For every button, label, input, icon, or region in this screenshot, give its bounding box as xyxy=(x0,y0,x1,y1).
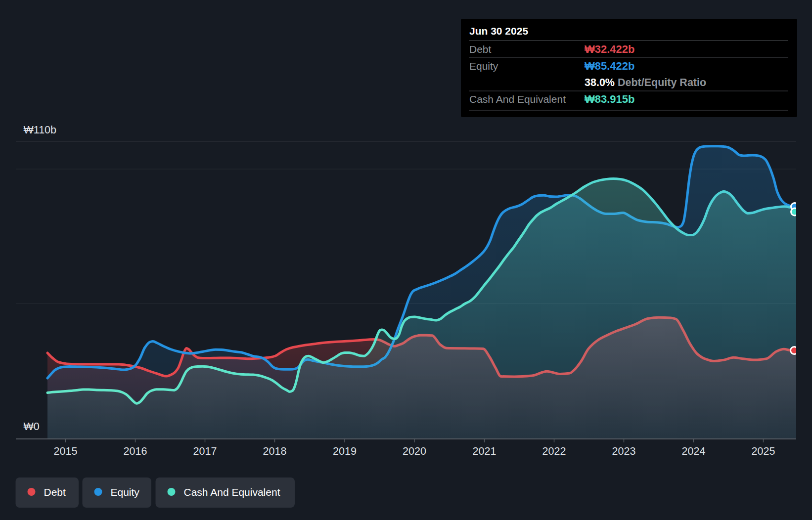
svg-text:Jun 30 2025: Jun 30 2025 xyxy=(469,25,528,37)
svg-text:Debt: Debt xyxy=(44,486,66,498)
svg-text:2024: 2024 xyxy=(682,445,706,457)
svg-text:₩32.422b: ₩32.422b xyxy=(585,43,635,55)
svg-text:Equity: Equity xyxy=(469,60,498,72)
svg-text:₩110b: ₩110b xyxy=(24,124,57,136)
svg-text:Debt: Debt xyxy=(469,43,492,55)
svg-text:38.0% Debt/Equity Ratio: 38.0% Debt/Equity Ratio xyxy=(585,77,706,88)
svg-text:₩0: ₩0 xyxy=(24,421,40,433)
svg-text:Equity: Equity xyxy=(111,486,140,498)
svg-text:2019: 2019 xyxy=(333,445,357,457)
svg-text:2025: 2025 xyxy=(752,445,775,457)
svg-text:2023: 2023 xyxy=(612,445,636,457)
svg-text:₩83.915b: ₩83.915b xyxy=(585,93,635,105)
svg-text:2015: 2015 xyxy=(54,445,78,457)
svg-text:2016: 2016 xyxy=(124,445,147,457)
svg-text:₩85.422b: ₩85.422b xyxy=(585,60,635,72)
svg-text:Cash And Equivalent: Cash And Equivalent xyxy=(469,93,566,105)
svg-text:2017: 2017 xyxy=(193,445,217,457)
svg-text:2020: 2020 xyxy=(403,445,426,457)
svg-text:2021: 2021 xyxy=(473,445,496,457)
svg-text:Cash And Equivalent: Cash And Equivalent xyxy=(184,486,280,498)
svg-text:2022: 2022 xyxy=(542,445,566,457)
svg-text:2018: 2018 xyxy=(263,445,287,457)
